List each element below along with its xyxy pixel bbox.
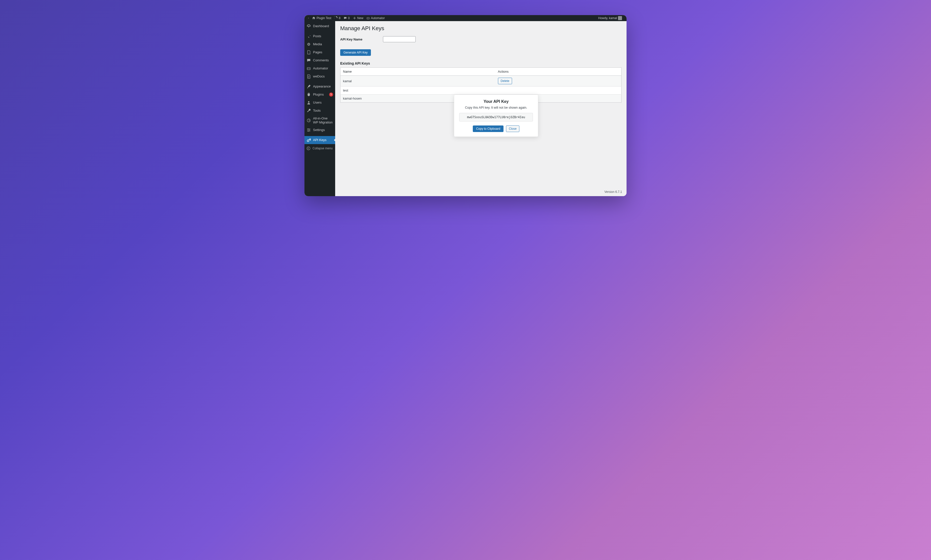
sidebar-item-label: Comments bbox=[313, 58, 333, 62]
svg-point-11 bbox=[309, 130, 310, 131]
page-icon bbox=[307, 50, 311, 55]
generate-api-key-button[interactable]: Generate API Key bbox=[340, 49, 371, 56]
col-actions-header: Actions bbox=[495, 68, 621, 76]
svg-rect-1 bbox=[367, 17, 369, 19]
circle-arrow-icon bbox=[307, 118, 311, 123]
sidebar-item-media[interactable]: Media bbox=[304, 40, 335, 48]
doc-icon bbox=[307, 74, 311, 79]
comment-icon bbox=[307, 58, 311, 63]
sidebar-item-appearance[interactable]: Appearance bbox=[304, 83, 335, 91]
sidebar-item-label: weDocs bbox=[313, 74, 333, 78]
svg-point-7 bbox=[309, 68, 310, 69]
sidebar-item-automator[interactable]: Automator bbox=[304, 65, 335, 72]
table-row: kamal Delete bbox=[341, 76, 621, 86]
wrench-icon bbox=[307, 108, 311, 113]
robot-icon bbox=[307, 66, 311, 71]
table-row: test bbox=[341, 86, 621, 95]
plug-icon bbox=[307, 92, 311, 97]
site-name-text: Plugin Test bbox=[316, 16, 331, 20]
sidebar-item-label: Settings bbox=[313, 128, 333, 132]
sidebar-item-label: Users bbox=[313, 101, 333, 105]
copy-to-clipboard-button[interactable]: Copy to Clipboard bbox=[473, 126, 504, 132]
plus-icon bbox=[353, 16, 356, 20]
updates-link[interactable]: 8 bbox=[333, 15, 342, 21]
new-content-link[interactable]: New bbox=[351, 15, 365, 21]
sliders-icon bbox=[307, 128, 311, 132]
sidebar-item-label: All-in-One WP Migration bbox=[313, 117, 333, 124]
collapse-icon bbox=[307, 146, 310, 150]
dashboard-icon bbox=[307, 24, 311, 28]
sidebar-item-comments[interactable]: Comments bbox=[304, 56, 335, 65]
svg-point-10 bbox=[308, 129, 308, 129]
avatar-icon bbox=[618, 16, 622, 20]
new-label: New bbox=[357, 16, 363, 20]
sidebar-item-label: Dashboard bbox=[313, 24, 333, 28]
app-window: Plugin Test 8 0 New Automator Howdy, kam… bbox=[304, 15, 627, 196]
plugins-update-badge: 5 bbox=[329, 92, 333, 97]
brush-icon bbox=[307, 84, 311, 89]
comments-count: 0 bbox=[348, 16, 350, 20]
sidebar-item-api-keys[interactable]: API Keys bbox=[304, 136, 335, 144]
comments-link[interactable]: 0 bbox=[342, 15, 351, 21]
api-key-modal: Your API Key Copy this API key. It will … bbox=[454, 95, 538, 137]
sidebar-item-wedocs[interactable]: weDocs bbox=[304, 72, 335, 80]
sidebar-item-label: Posts bbox=[313, 34, 333, 38]
sidebar-item-label: Pages bbox=[313, 50, 333, 54]
sidebar-item-users[interactable]: Users bbox=[304, 98, 335, 107]
sidebar-item-migration[interactable]: All-in-One WP Migration bbox=[304, 115, 335, 126]
svg-point-8 bbox=[308, 102, 309, 103]
sidebar-item-settings[interactable]: Settings bbox=[304, 126, 335, 134]
collapse-label: Collapse menu bbox=[313, 146, 333, 150]
api-key-value[interactable]: mwGTSoouSL8A3Dw177LU8rejOZBr4Ieu bbox=[459, 113, 533, 122]
comment-icon bbox=[344, 16, 347, 20]
existing-keys-heading: Existing API Keys bbox=[340, 62, 621, 65]
sidebar-item-label: Plugins bbox=[313, 92, 326, 97]
sidebar-item-pages[interactable]: Pages bbox=[304, 48, 335, 56]
sidebar-item-dashboard[interactable]: Dashboard bbox=[304, 22, 335, 30]
wp-logo-icon[interactable] bbox=[307, 15, 310, 21]
sidebar-item-tools[interactable]: Tools bbox=[304, 107, 335, 115]
close-button[interactable]: Close bbox=[506, 126, 519, 132]
site-name-link[interactable]: Plugin Test bbox=[310, 15, 333, 21]
automator-toolbar-link[interactable]: Automator bbox=[365, 15, 386, 21]
api-key-name-label: API Key Name bbox=[340, 37, 378, 41]
modal-title: Your API Key bbox=[459, 99, 533, 104]
key-actions-cell bbox=[495, 86, 621, 95]
home-icon bbox=[312, 16, 316, 20]
key-name-cell: kamal bbox=[341, 76, 495, 86]
version-text: Version 6.7.1 bbox=[604, 190, 622, 194]
sidebar-item-label: Tools bbox=[313, 109, 333, 113]
media-icon bbox=[307, 42, 311, 46]
updates-count: 8 bbox=[339, 16, 341, 20]
automator-label: Automator bbox=[371, 16, 385, 20]
admin-sidebar: Dashboard Posts Media Pages Comments Aut… bbox=[304, 21, 335, 196]
sidebar-item-label: Media bbox=[313, 42, 333, 46]
sidebar-item-posts[interactable]: Posts bbox=[304, 32, 335, 40]
collapse-menu-button[interactable]: Collapse menu bbox=[304, 145, 335, 152]
delete-button[interactable]: Delete bbox=[498, 78, 512, 84]
key-actions-cell: Delete bbox=[495, 76, 621, 86]
howdy-user-link[interactable]: Howdy, kamal bbox=[597, 15, 624, 21]
update-icon bbox=[334, 16, 338, 20]
admin-bar: Plugin Test 8 0 New Automator Howdy, kam… bbox=[304, 15, 627, 21]
page-title: Manage API Keys bbox=[340, 25, 621, 32]
svg-point-14 bbox=[307, 147, 310, 150]
svg-point-13 bbox=[307, 140, 309, 142]
api-key-name-input[interactable] bbox=[383, 36, 416, 42]
user-icon bbox=[307, 100, 311, 105]
col-name-header: Name bbox=[341, 68, 495, 76]
svg-point-3 bbox=[368, 18, 369, 18]
sidebar-item-label: API Keys bbox=[313, 138, 333, 142]
pin-icon bbox=[307, 34, 311, 38]
howdy-text: Howdy, kamal bbox=[598, 16, 617, 20]
api-key-form-row: API Key Name bbox=[340, 36, 621, 42]
sidebar-item-plugins[interactable]: Plugins 5 bbox=[304, 91, 335, 98]
svg-point-12 bbox=[308, 131, 309, 132]
sidebar-item-label: Automator bbox=[313, 66, 333, 71]
automator-icon bbox=[366, 16, 370, 20]
main-content: Manage API Keys API Key Name Generate AP… bbox=[335, 21, 627, 196]
sidebar-item-label: Appearance bbox=[313, 85, 333, 89]
svg-point-9 bbox=[307, 119, 310, 122]
modal-subtitle: Copy this API key. It will not be shown … bbox=[459, 106, 533, 109]
svg-point-2 bbox=[367, 18, 368, 18]
